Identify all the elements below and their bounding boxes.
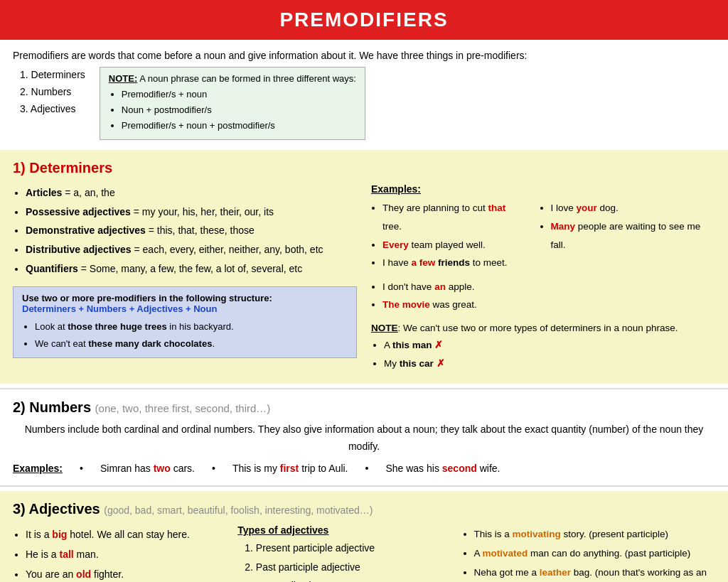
adj-ex2: He is a tall man. bbox=[26, 544, 223, 564]
examples-col1: They are planning to cut that tree. Ever… bbox=[371, 199, 525, 314]
structure-formula: Determiners + Numbers + Adjectives + Nou… bbox=[22, 303, 217, 314]
structure-examples: Look at those three huge trees in his ba… bbox=[22, 318, 348, 352]
sec2-ex1: Simran has two cars. bbox=[100, 463, 195, 474]
quantifiers-item: Quantifiers = Some, many, a few, the few… bbox=[26, 259, 357, 279]
adj-ex3: You are an old fighter. bbox=[26, 564, 223, 582]
structure-title: Use two or more pre-modifiers in the fol… bbox=[22, 293, 272, 303]
ex1-2: Every team played well. bbox=[382, 236, 525, 254]
distributive-item: Distributive adjectives = each, every, e… bbox=[26, 240, 357, 259]
articles-item: Articles = a, an, the bbox=[26, 183, 357, 203]
section-determiners: 1) Determiners Articles = a, an, the Pos… bbox=[0, 150, 728, 384]
type-ex1: This is a motivating story. (present par… bbox=[474, 524, 716, 544]
intro-description: Premodifiers are words that come before … bbox=[13, 50, 715, 61]
examples-col2: I love your dog. Many people are waiting… bbox=[540, 199, 716, 314]
section3-left: It is a big hotel. We all can stay here.… bbox=[13, 524, 223, 582]
note-box: NOTE: A noun phrase can be formed in thr… bbox=[100, 67, 365, 140]
section1-left: Articles = a, an, the Possessive adjecti… bbox=[13, 183, 357, 372]
section2-subtitle: (one, two, three first, second, third…) bbox=[95, 402, 271, 414]
demonstrative-item: Demonstrative adjectives = this, that, t… bbox=[26, 221, 357, 240]
determiners-list: Articles = a, an, the Possessive adjecti… bbox=[13, 183, 357, 278]
page-title: PREMODIFIERS bbox=[279, 9, 448, 31]
section2-examples: Examples: • Simran has two cars. • This … bbox=[13, 463, 715, 474]
types-examples-list: This is a motivating story. (present par… bbox=[463, 524, 716, 582]
adjectives-examples-list: It is a big hotel. We all can stay here.… bbox=[13, 524, 223, 582]
structure-box: Use two or more pre-modifiers in the fol… bbox=[13, 286, 357, 358]
ex1-4: I don't have an apple. bbox=[382, 278, 525, 296]
note-label: NOTE: bbox=[109, 73, 137, 84]
note2-item-2: My this car ✗ bbox=[384, 355, 715, 373]
note2-item-1: A this man ✗ bbox=[384, 336, 715, 355]
types-list: 1. Present participle adjective 2. Past … bbox=[237, 539, 448, 582]
section-adjectives: 3) Adjectives (good, bad, smart, beautif… bbox=[0, 491, 728, 582]
section3-middle: Types of adjectives 1. Present participl… bbox=[237, 524, 448, 582]
ex1-5: The movie was great. bbox=[382, 296, 525, 314]
section3-subtitle: (good, bad, smart, beautiful, foolish, i… bbox=[104, 505, 373, 516]
section-numbers: 2) Numbers (one, two, three first, secon… bbox=[0, 388, 728, 487]
type-3: 3. Noun adjective bbox=[245, 576, 448, 582]
sec2-ex3: She was his second wife. bbox=[385, 463, 500, 474]
struct-ex-2: We can't eat these many dark chocolates. bbox=[35, 335, 348, 352]
note2-text: NOTE: We can't use two or more types of … bbox=[371, 323, 678, 333]
type-ex2: A motivated man can do anything. (past p… bbox=[474, 544, 716, 563]
section3-right: This is a motivating story. (present par… bbox=[463, 524, 716, 582]
note2-list: A this man ✗ My this car ✗ bbox=[371, 336, 715, 372]
note-list: Premodifier/s + noun Noun + postmodifier… bbox=[109, 87, 356, 134]
sec2-ex-bullet3: • bbox=[365, 463, 369, 474]
section2-title: 2) Numbers (one, two, three first, secon… bbox=[13, 399, 715, 416]
intro-item-2: 2. Numbers bbox=[20, 84, 85, 101]
section2-title-main: 2) Numbers bbox=[13, 399, 91, 415]
note2-box: NOTE: We can't use two or more types of … bbox=[371, 323, 715, 372]
intro-item-3: 3. Adjectives bbox=[20, 101, 85, 118]
note-item-1: Premodifier/s + noun bbox=[122, 87, 356, 102]
ex1-1: They are planning to cut that tree. bbox=[382, 199, 525, 235]
possessive-item: Possessive adjectives = my your, his, he… bbox=[26, 203, 357, 222]
section1-title: 1) Determiners bbox=[13, 160, 715, 176]
page-header: PREMODIFIERS bbox=[0, 0, 728, 40]
intro-list: 1. Determiners 2. Numbers 3. Adjectives bbox=[13, 67, 85, 117]
section2-description: Numbers include both cardinal and ordina… bbox=[13, 421, 715, 456]
type-1: 1. Present participle adjective bbox=[245, 539, 448, 558]
intro-item-1: 1. Determiners bbox=[20, 67, 85, 84]
ex1-3: I have a few friends to meet. bbox=[382, 254, 525, 272]
section1-right: Examples: They are planning to cut that … bbox=[371, 183, 715, 372]
sec2-ex2: This is my first trip to Auli. bbox=[232, 463, 348, 474]
note-text: A noun phrase can be formed in three dif… bbox=[139, 73, 356, 84]
intro-section: Premodifiers are words that come before … bbox=[0, 40, 728, 146]
section3-title-main: 3) Adjectives bbox=[13, 501, 100, 517]
adj-ex1: It is a big hotel. We all can stay here. bbox=[26, 524, 223, 544]
note-item-3: Premodifier/s + noun + postmodifier/s bbox=[122, 118, 356, 134]
note-item-2: Noun + postmodifier/s bbox=[122, 102, 356, 118]
section3-title: 3) Adjectives (good, bad, smart, beautif… bbox=[13, 501, 715, 517]
ex2-2: Many people are waiting to see me fall. bbox=[551, 217, 716, 254]
examples-label: Examples: bbox=[13, 463, 63, 474]
types-title: Types of adjectives bbox=[237, 524, 448, 536]
sec2-ex-bullet2: • bbox=[212, 463, 215, 474]
sec2-ex-bullet: • bbox=[80, 463, 83, 474]
ex2-1: I love your dog. bbox=[551, 199, 716, 217]
type-ex3: Neha got me a leather bag. (noun that's … bbox=[474, 563, 716, 582]
struct-ex-1: Look at those three huge trees in his ba… bbox=[35, 318, 348, 335]
type-2: 2. Past participle adjective bbox=[245, 558, 448, 577]
examples-title: Examples: bbox=[371, 183, 715, 195]
